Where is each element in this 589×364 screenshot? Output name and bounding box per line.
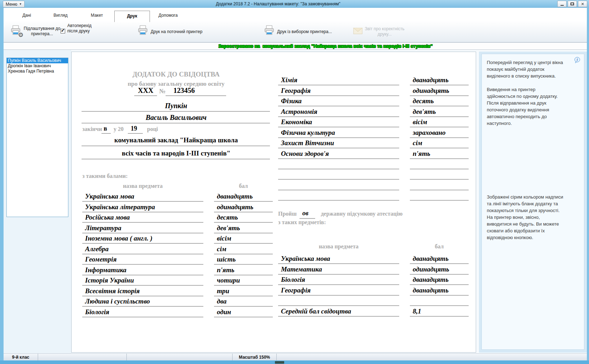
maximize-button[interactable] bbox=[568, 1, 577, 7]
dpa-prefix: Пройш bbox=[278, 211, 297, 217]
grade-value: дев'ять bbox=[413, 108, 436, 116]
grade-row: Російська мовадесять bbox=[72, 213, 476, 224]
status-bar: 9-й клас Масштаб 150% bbox=[4, 353, 587, 360]
status-zoom: Масштаб 150% bbox=[233, 354, 277, 360]
help-spacer bbox=[487, 79, 564, 86]
grade-row-empty bbox=[72, 160, 476, 170]
subject-name: Російська мова bbox=[85, 213, 130, 221]
print-choose-label: Друк із вибором принтера... bbox=[277, 29, 332, 34]
help-panel: i Попередній перегляд у центрі вікна пок… bbox=[479, 52, 587, 353]
tab-dopomoha[interactable]: Допомога bbox=[152, 13, 184, 18]
fit-to-printer-label: Підлаштування до принтера... bbox=[22, 26, 62, 37]
window-frame-right bbox=[587, 8, 589, 360]
grade-row: Географіяодинадцять bbox=[72, 87, 476, 97]
subject-name: Хімія bbox=[281, 76, 297, 84]
grade-value: дванадцять bbox=[413, 255, 449, 263]
subject-name: Фізична культура bbox=[281, 129, 335, 137]
registration-text: Зареєстровано на комунальний заклад "Най… bbox=[218, 43, 433, 49]
background-artifact bbox=[275, 361, 284, 364]
grade-row-empty bbox=[72, 181, 476, 191]
grade-row-empty bbox=[72, 170, 476, 181]
auto-advance-checkbox[interactable]: ✓ bbox=[61, 29, 65, 33]
dpa-suffix: державну підсумкову атестацію bbox=[321, 211, 402, 217]
help-paragraph-3: Після відправлення на друк поточного дод… bbox=[487, 100, 564, 127]
grade-row: Економікавісім bbox=[72, 118, 476, 128]
status-class: 9-й клас bbox=[4, 354, 38, 360]
document-preview: ДОДАТОК ДО СВІДОЦТВА про базову загальну… bbox=[71, 52, 476, 353]
printer-icon bbox=[137, 25, 148, 36]
close-icon: ✕ bbox=[581, 2, 584, 6]
grade-value: десять bbox=[413, 97, 434, 105]
list-item-student[interactable]: Пупкін Василь Васильович bbox=[7, 58, 68, 63]
print-current-label: Друк на поточний принтер bbox=[151, 29, 202, 34]
help-paragraph-1: Попередній перегляд у центрі вікна показ… bbox=[487, 59, 564, 79]
subject-name: Географія bbox=[281, 87, 311, 95]
grade-value: вісім bbox=[413, 118, 427, 126]
tab-vyhliad[interactable]: Вигляд bbox=[45, 13, 77, 18]
info-icon: i bbox=[574, 57, 580, 65]
grade-value: дванадцять bbox=[413, 276, 449, 284]
help-paragraph-4: Зображені сірим кольором надписи та ліні… bbox=[487, 194, 564, 241]
grade-value: дванадцять bbox=[413, 286, 449, 294]
subject-name: Українська мова bbox=[281, 255, 330, 263]
tab-strip: Дані Вигляд Макет Друк Допомога bbox=[4, 9, 587, 21]
tab-maket[interactable]: Макет bbox=[81, 13, 113, 18]
grade-row: Фізикадесять bbox=[72, 97, 476, 107]
print-report-label: Звіт про коректність друку... bbox=[363, 26, 407, 37]
grade-row: Захист Вітчизнисім bbox=[72, 139, 476, 149]
grade-value: зараховано bbox=[413, 129, 445, 137]
status-segment bbox=[127, 354, 233, 360]
grade-value: дев'ять bbox=[217, 224, 240, 232]
printer-choose-icon bbox=[264, 25, 275, 36]
window-frame-bottom bbox=[0, 360, 589, 364]
tab-dani[interactable]: Дані bbox=[11, 13, 43, 18]
help-panel-inner: i Попередній перегляд у центрі вікна пок… bbox=[481, 54, 584, 350]
grade-row: Математикаодинадцять bbox=[72, 265, 476, 276]
subject-name: Українська література bbox=[85, 203, 155, 211]
tab-druk[interactable]: Друк bbox=[114, 11, 150, 22]
subject-name: Астрономія bbox=[281, 108, 317, 116]
window-title: Додатки 2018 7.2 - Налаштування макету: … bbox=[0, 0, 573, 8]
toolbar: ⚙ Підлаштування до принтера... ✓ Автопер… bbox=[4, 21, 587, 42]
grade-value: одинадцять bbox=[413, 87, 449, 95]
subject-name: Іноземна мова ( англ. ) bbox=[85, 234, 152, 242]
grade-value: дванадцять bbox=[413, 76, 449, 84]
check-icon: ✓ bbox=[61, 29, 65, 32]
list-item-student[interactable]: Хренова Гадя Петрівна bbox=[7, 69, 68, 74]
subject-name: Захист Вітчизни bbox=[281, 139, 334, 147]
window-controls: ✕ bbox=[557, 1, 587, 7]
status-segment bbox=[38, 354, 127, 360]
dpa-subject-column-header: назва предмета bbox=[278, 243, 399, 250]
grade-row: Українська мовадванадцять bbox=[72, 255, 476, 265]
help-paragraph-2: Виведення на принтер здійснюється по одн… bbox=[487, 86, 564, 100]
minimize-button[interactable] bbox=[557, 1, 567, 7]
status-segment bbox=[277, 354, 587, 360]
auto-advance-label: Автоперехід після друку bbox=[67, 23, 94, 34]
subject-name: Фізика bbox=[281, 97, 302, 105]
grade-row: Фізична культуразараховано bbox=[72, 129, 476, 139]
grade-row: Українська літератураодинадцять bbox=[72, 203, 476, 213]
svg-text:i: i bbox=[577, 58, 578, 62]
average-label: Середній бал свідоцтва bbox=[281, 307, 351, 315]
dpa-line2: з таких предметів: bbox=[278, 219, 326, 226]
average-value: 8,1 bbox=[413, 307, 421, 315]
dpa-ending: ов bbox=[302, 210, 308, 217]
dpa-grade-column-header: бал bbox=[410, 243, 469, 250]
maximize-icon bbox=[570, 2, 574, 5]
close-button[interactable]: ✕ bbox=[578, 1, 587, 7]
list-item-student[interactable]: Дропкін Іван Іванович bbox=[7, 63, 68, 69]
grade-row: Астрономіядев'ять bbox=[72, 108, 476, 118]
blank-line bbox=[299, 218, 315, 219]
grade-value: сім bbox=[217, 245, 226, 253]
subject-name: Література bbox=[85, 224, 121, 232]
subject-name: Біологія bbox=[281, 276, 305, 284]
printer-settings-icon: ⚙ bbox=[10, 25, 21, 36]
grade-value: одинадцять bbox=[413, 265, 449, 273]
student-list[interactable]: Пупкін Василь Васильович Дропкін Іван Ів… bbox=[6, 58, 68, 217]
title-bar: Меню ▼ Додатки 2018 7.2 - Налаштування м… bbox=[0, 0, 589, 8]
grade-row: Основи здоров'яп'ять bbox=[72, 150, 476, 160]
subject-name: Алгебра bbox=[85, 245, 109, 253]
subject-name: Математика bbox=[281, 265, 322, 273]
average-row: Середній бал свідоцтва 8,1 bbox=[72, 307, 476, 318]
content-area: Пупкін Василь Васильович Дропкін Іван Ів… bbox=[4, 50, 587, 353]
